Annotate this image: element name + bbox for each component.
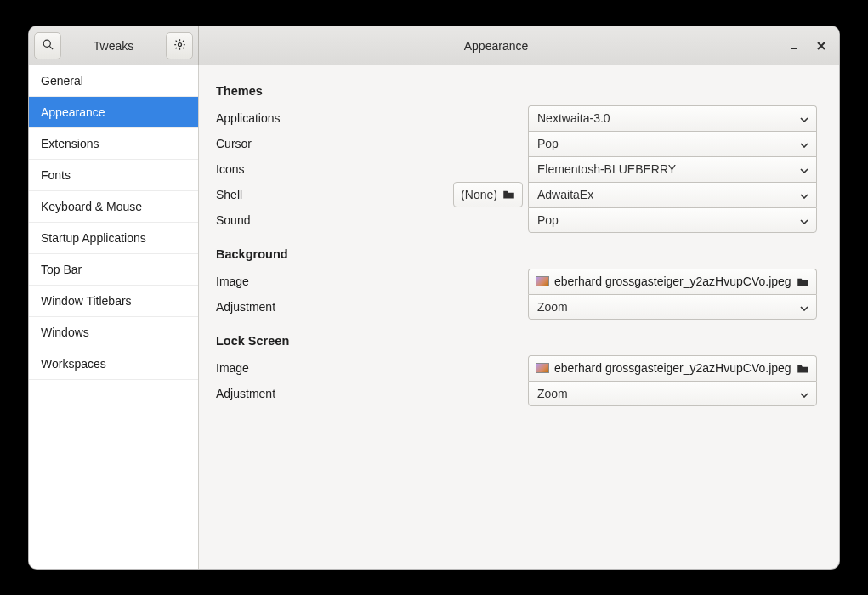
app-title: Tweaks [61, 39, 166, 53]
row-label: Image [216, 275, 528, 288]
sidebar-item-workspaces[interactable]: Workspaces [29, 348, 198, 380]
combo-value: Zoom [537, 300, 568, 314]
sidebar-item-keyboard-mouse[interactable]: Keyboard & Mouse [29, 191, 198, 223]
row-label: Adjustment [216, 387, 528, 400]
combo-value: Elementosh-BLUEBERRY [537, 162, 676, 176]
svg-point-0 [43, 40, 50, 47]
sidebar-item-windows[interactable]: Windows [29, 317, 198, 348]
headerbar: Tweaks Appearance [29, 26, 839, 65]
headerbar-left: Tweaks [29, 26, 199, 65]
row-icons: Icons Elementosh-BLUEBERRY [216, 156, 817, 182]
row-label: Sound [216, 213, 528, 227]
sidebar-item-label: Keyboard & Mouse [41, 200, 142, 213]
row-label: Cursor [216, 137, 528, 150]
sidebar-item-window-titlebars[interactable]: Window Titlebars [29, 286, 198, 317]
row-shell: Shell (None) AdwaitaEx [216, 181, 817, 207]
shell-none-button[interactable]: (None) [453, 182, 523, 207]
sound-theme-combo[interactable]: Pop [528, 207, 817, 233]
svg-point-2 [178, 42, 181, 46]
gear-icon [173, 38, 186, 54]
row-ls-adjustment: Adjustment Zoom [216, 380, 817, 406]
section-themes: Themes Applications Nextwaita-3.0 Cursor [216, 84, 817, 233]
section-title-lockscreen: Lock Screen [216, 334, 817, 348]
icons-theme-combo[interactable]: Elementosh-BLUEBERRY [528, 156, 817, 182]
image-thumb-icon [536, 363, 549, 373]
sidebar-item-appearance[interactable]: Appearance [29, 97, 198, 128]
folder-icon [797, 276, 809, 287]
chevron-down-icon [800, 300, 808, 314]
search-icon [42, 38, 54, 54]
folder-icon [797, 363, 809, 374]
close-button[interactable] [814, 38, 829, 54]
page-title: Appearance [206, 39, 786, 53]
chevron-down-icon [800, 188, 808, 201]
sidebar-item-label: Extensions [41, 137, 99, 150]
sidebar-item-fonts[interactable]: Fonts [29, 160, 198, 191]
sidebar-item-label: Fonts [41, 168, 71, 182]
combo-value: AdwaitaEx [537, 188, 593, 201]
combo-value: Pop [537, 213, 559, 227]
row-applications: Applications Nextwaita-3.0 [216, 105, 817, 131]
section-lockscreen: Lock Screen Image eberhard grossgasteige… [216, 334, 817, 406]
row-label: Adjustment [216, 300, 528, 314]
combo-value: Pop [537, 137, 559, 150]
sidebar-item-top-bar[interactable]: Top Bar [29, 254, 198, 286]
row-label: Applications [216, 111, 528, 125]
shell-theme-combo[interactable]: AdwaitaEx [528, 182, 817, 207]
sidebar-item-label: Top Bar [41, 263, 82, 276]
headerbar-right: Appearance [199, 26, 839, 65]
bg-image-chooser[interactable]: eberhard grossgasteiger_y2azHvupCVo.jpeg [528, 269, 817, 294]
chevron-down-icon [800, 137, 808, 150]
sidebar-item-label: Startup Applications [41, 231, 146, 245]
tweaks-window: Tweaks Appearance General Appea [28, 26, 840, 570]
ls-adjustment-combo[interactable]: Zoom [528, 381, 817, 406]
sidebar-item-label: Appearance [41, 105, 105, 119]
content-area: Themes Applications Nextwaita-3.0 Cursor [199, 65, 839, 569]
window-body: General Appearance Extensions Fonts Keyb… [29, 65, 839, 569]
sidebar-item-label: Windows [41, 326, 89, 339]
menu-button[interactable] [166, 32, 193, 60]
ls-image-chooser[interactable]: eberhard grossgasteiger_y2azHvupCVo.jpeg [528, 355, 817, 381]
sidebar-item-general[interactable]: General [29, 65, 198, 97]
row-sound: Sound Pop [216, 207, 817, 233]
chevron-down-icon [800, 213, 808, 227]
window-controls [786, 38, 832, 54]
row-label: Image [216, 361, 528, 375]
row-cursor: Cursor Pop [216, 130, 817, 156]
cursor-theme-combo[interactable]: Pop [528, 131, 817, 156]
applications-theme-combo[interactable]: Nextwaita-3.0 [528, 105, 817, 131]
folder-icon [502, 189, 515, 200]
search-button[interactable] [34, 32, 61, 60]
image-thumb-icon [536, 276, 549, 286]
chevron-down-icon [800, 387, 808, 400]
sidebar-item-label: Window Titlebars [41, 294, 132, 308]
chevron-down-icon [800, 162, 808, 176]
sidebar-item-label: General [41, 74, 83, 88]
pill-label: (None) [461, 188, 497, 201]
svg-line-1 [49, 46, 53, 49]
file-label: eberhard grossgasteiger_y2azHvupCVo.jpeg [554, 275, 791, 288]
row-ls-image: Image eberhard grossgasteiger_y2azHvupCV… [216, 354, 817, 381]
section-background: Background Image eberhard grossgasteiger… [216, 247, 817, 320]
combo-value: Nextwaita-3.0 [537, 111, 610, 125]
section-title-themes: Themes [216, 84, 817, 98]
row-label: Shell [216, 188, 451, 201]
row-bg-image: Image eberhard grossgasteiger_y2azHvupCV… [216, 268, 817, 294]
sidebar: General Appearance Extensions Fonts Keyb… [29, 65, 199, 569]
sidebar-item-extensions[interactable]: Extensions [29, 128, 198, 160]
sidebar-item-label: Workspaces [41, 357, 106, 371]
file-label: eberhard grossgasteiger_y2azHvupCVo.jpeg [554, 361, 791, 375]
minimize-button[interactable] [786, 38, 802, 54]
combo-value: Zoom [537, 387, 568, 400]
bg-adjustment-combo[interactable]: Zoom [528, 294, 817, 320]
sidebar-item-startup-applications[interactable]: Startup Applications [29, 223, 198, 254]
row-bg-adjustment: Adjustment Zoom [216, 293, 817, 320]
row-label: Icons [216, 162, 528, 176]
chevron-down-icon [800, 111, 808, 125]
section-title-background: Background [216, 247, 817, 261]
